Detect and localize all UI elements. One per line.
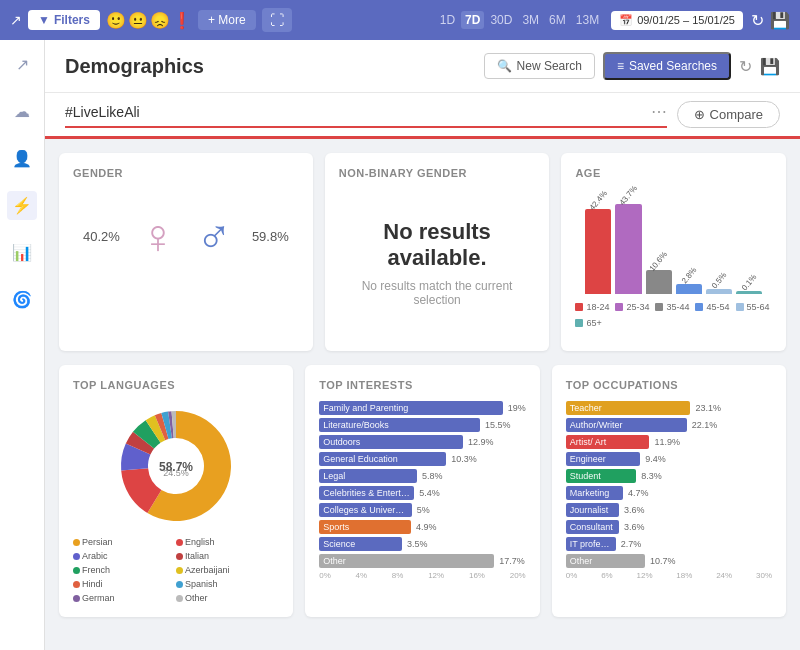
time-30d[interactable]: 30D — [486, 11, 516, 29]
interest-bar-row: Science 3.5% — [319, 537, 526, 551]
language-legend-item: Arabic — [73, 551, 172, 561]
interests-title: TOP INTERESTS — [319, 379, 526, 391]
age-bar-pct: 2.8% — [679, 266, 698, 286]
occupation-pct: 22.1% — [692, 420, 718, 430]
interest-label: Literature/Books — [319, 418, 480, 432]
occupation-label: Artist/ Art — [566, 435, 650, 449]
age-bar-item: 0.5% — [706, 276, 732, 294]
age-bars: 42.4%43.7%10.6%2.8%0.5%0.1% — [575, 194, 772, 294]
occupation-label: Author/Writer — [566, 418, 687, 432]
interest-pct: 3.5% — [407, 539, 428, 549]
occupation-pct: 3.6% — [624, 505, 645, 515]
interest-label: Sports — [319, 520, 411, 534]
time-1d[interactable]: 1D — [436, 11, 459, 29]
age-legend: 18-2425-3435-4445-5455-6465+ — [575, 302, 772, 328]
interest-pct: 17.7% — [499, 556, 525, 566]
interest-label: General Education — [319, 452, 446, 466]
occupation-label: IT professional — [566, 537, 616, 551]
expand-button[interactable]: ⛶ — [262, 8, 292, 32]
refresh-icon[interactable]: ↻ — [739, 57, 752, 76]
save-topbar-icon[interactable]: 💾 — [770, 11, 790, 30]
gender-title: GENDER — [73, 167, 299, 179]
sidebar-icon-demographics[interactable]: ⚡ — [7, 191, 37, 220]
interest-pct: 10.3% — [451, 454, 477, 464]
age-chart: 42.4%43.7%10.6%2.8%0.5%0.1% 18-2425-3435… — [575, 189, 772, 333]
age-bar — [736, 291, 762, 294]
saved-searches-button[interactable]: ≡ Saved Searches — [603, 52, 731, 80]
interest-pct: 5.8% — [422, 471, 443, 481]
occupation-bar-row: Student 8.3% — [566, 469, 772, 483]
occupation-label: Teacher — [566, 401, 691, 415]
x-axis-label: 0% — [566, 571, 578, 580]
age-bar-item: 2.8% — [676, 271, 702, 294]
occupation-pct: 8.3% — [641, 471, 662, 481]
time-13m[interactable]: 13M — [572, 11, 603, 29]
hashtag-input[interactable] — [65, 104, 651, 120]
interest-bar-row: Colleges & Universities 5% — [319, 503, 526, 517]
age-bar — [646, 270, 672, 294]
date-range-display[interactable]: 📅 09/01/25 – 15/01/25 — [611, 11, 743, 30]
age-bar — [706, 289, 732, 294]
occupations-card: TOP OCCUPATIONS Teacher 23.1% Author/Wri… — [552, 365, 786, 617]
interests-x-axis: 0%4%8%12%16%20% — [319, 571, 526, 580]
occupation-bar-row: Artist/ Art 11.9% — [566, 435, 772, 449]
share-icon: ↗ — [10, 12, 22, 28]
compare-button[interactable]: ⊕ Compare — [677, 101, 780, 128]
occupation-label: Student — [566, 469, 636, 483]
age-bar-pct: 0.1% — [740, 273, 759, 293]
sidebar-icon-flow[interactable]: 🌀 — [7, 285, 37, 314]
occupations-x-axis: 0%6%12%18%24%30% — [566, 571, 772, 580]
no-results-sub: No results match the current selection — [359, 279, 516, 307]
time-3m[interactable]: 3M — [518, 11, 543, 29]
sidebar-icon-user[interactable]: 👤 — [7, 144, 37, 173]
x-axis-label: 24% — [716, 571, 732, 580]
download-icon[interactable]: 💾 — [760, 57, 780, 76]
age-bar-item: 42.4% — [585, 196, 611, 294]
interest-bar-row: Family and Parenting 19% — [319, 401, 526, 415]
interest-bar-row: Literature/Books 15.5% — [319, 418, 526, 432]
interest-pct: 12.9% — [468, 437, 494, 447]
options-icon[interactable]: ⋯ — [651, 102, 667, 121]
occupation-bar-row: Other 10.7% — [566, 554, 772, 568]
left-sidebar: ↗ ☁ 👤 ⚡ 📊 🌀 — [0, 40, 45, 650]
female-symbol: ♀ — [140, 209, 176, 264]
occupation-label: Engineer — [566, 452, 640, 466]
content-area: Demographics 🔍 New Search ≡ Saved Search… — [45, 40, 800, 650]
occupation-bar-row: IT professional 2.7% — [566, 537, 772, 551]
top-dashboard-row: GENDER 40.2% ♀ ♂ 59.8% NON-BINARY GENDER… — [45, 139, 800, 365]
bottom-dashboard-row: TOP LANGUAGES 58.7% 24.5% PersianEnglish… — [45, 365, 800, 631]
save-icon-group: ↻ 💾 — [751, 11, 790, 30]
occupation-pct: 10.7% — [650, 556, 676, 566]
sidebar-icon-share[interactable]: ↗ — [11, 50, 34, 79]
age-bar-pct: 0.5% — [710, 271, 729, 291]
language-legend-item: Hindi — [73, 579, 172, 589]
x-axis-label: 4% — [356, 571, 368, 580]
male-symbol: ♂ — [196, 209, 232, 264]
female-pct: 40.2% — [83, 229, 120, 244]
age-title: AGE — [575, 167, 772, 179]
language-legend-item: French — [73, 565, 172, 575]
language-legend-item: Italian — [176, 551, 275, 561]
more-button[interactable]: + More — [198, 10, 256, 30]
x-axis-label: 30% — [756, 571, 772, 580]
filter-button[interactable]: ▼ Filters — [28, 10, 100, 30]
interest-bar-row: Outdoors 12.9% — [319, 435, 526, 449]
list-icon: ≡ — [617, 59, 624, 73]
occupations-title: TOP OCCUPATIONS — [566, 379, 772, 391]
top-toolbar: ↗ ▼ Filters 🙂 😐 😞 ❗ + More ⛶ 1D 7D 30D 3… — [0, 0, 800, 40]
header-actions: 🔍 New Search ≡ Saved Searches ↻ 💾 — [484, 52, 780, 80]
refresh-topbar-icon[interactable]: ↻ — [751, 11, 764, 30]
sidebar-icon-cloud[interactable]: ☁ — [9, 97, 35, 126]
interest-label: Legal — [319, 469, 417, 483]
new-search-button[interactable]: 🔍 New Search — [484, 53, 595, 79]
sidebar-icon-chart[interactable]: 📊 — [7, 238, 37, 267]
language-legend-item: Persian — [73, 537, 172, 547]
age-bar — [615, 204, 641, 294]
occupation-bar-row: Teacher 23.1% — [566, 401, 772, 415]
occupation-label: Marketing — [566, 486, 623, 500]
age-card: AGE 42.4%43.7%10.6%2.8%0.5%0.1% 18-2425-… — [561, 153, 786, 351]
filter-icon: ▼ — [38, 13, 50, 27]
time-7d[interactable]: 7D — [461, 11, 484, 29]
svg-text:24.5%: 24.5% — [163, 468, 189, 478]
time-6m[interactable]: 6M — [545, 11, 570, 29]
